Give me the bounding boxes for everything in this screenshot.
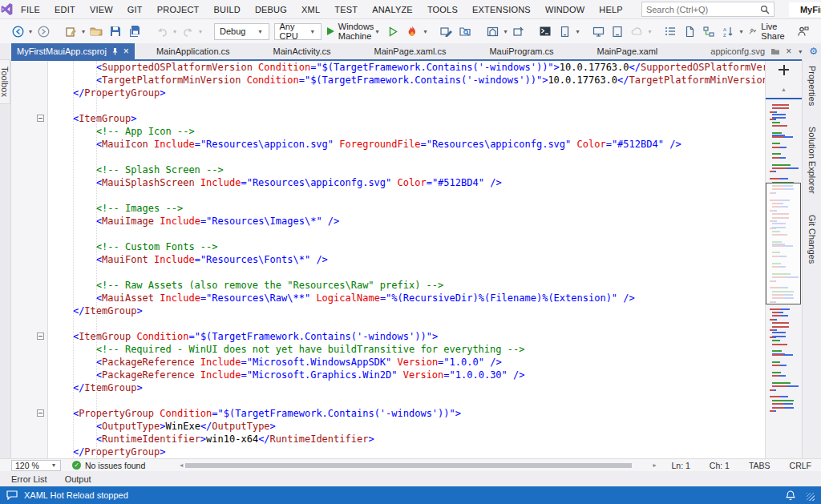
menu-debug[interactable]: DEBUG [248,0,294,18]
pin-icon[interactable] [111,47,119,55]
menu-extensions[interactable]: EXTENSIONS [465,0,538,18]
document-outline-button[interactable] [681,22,698,41]
new-project-button[interactable] [62,22,79,41]
menu-help[interactable]: HELP [592,0,630,18]
tab-mainpage-xaml-cs[interactable]: MainPage.xaml.cs [353,43,468,59]
publish-button[interactable] [628,22,645,41]
scroll-left-icon[interactable]: ◂ [177,462,185,469]
horizontal-scrollbar-thumb[interactable] [185,463,632,468]
device-button[interactable] [556,22,573,41]
keep-open-icon[interactable] [770,47,780,55]
menu-edit[interactable]: EDIT [47,0,83,18]
minimap-content[interactable] [766,98,802,458]
navigate-back-button[interactable] [9,22,26,41]
fold-collapse-icon[interactable] [37,333,44,340]
resize-grip[interactable] [807,493,815,501]
tablet-button[interactable] [609,22,626,41]
start-debugging-button[interactable]: Windows Machine ▾ [327,22,381,41]
menu-view[interactable]: VIEW [83,0,120,18]
solution-configuration-dropdown[interactable]: Debug ▾ [214,23,269,40]
save-button[interactable] [107,22,124,41]
navigate-forward-button[interactable] [34,22,52,41]
menu-analyze[interactable]: ANALYZE [365,0,420,18]
tabs-indicator[interactable]: TABS [739,461,780,470]
line-ending-indicator[interactable]: CRLF [780,461,821,470]
tab-mainactivity-cs[interactable]: MainActivity.cs [252,43,353,59]
toolbox-tab[interactable]: Toolbox [0,59,10,104]
panel-tab-output[interactable]: Output [65,474,91,484]
tab-list-dropdown[interactable]: ▾ [797,48,803,55]
undo-button[interactable] [153,22,171,41]
view-class-diagram-button[interactable] [700,22,718,41]
menu-window[interactable]: WINDOW [538,0,592,18]
search-box[interactable] [641,2,774,17]
solution-explorer-button[interactable] [483,22,501,41]
terminal-button[interactable] [536,22,554,41]
panel-tab-error-list[interactable]: Error List [11,474,47,484]
solution-platform-dropdown[interactable]: Any CPU ▾ [274,23,322,40]
more-toolbar-options[interactable]: ▾ [738,28,744,35]
code-pane[interactable]: <SupportedOSPlatformVersion Condition="$… [48,59,765,458]
task-list-button[interactable] [661,22,679,41]
menu-git[interactable]: GIT [120,0,150,18]
device-dropdown[interactable]: ▾ [574,28,580,35]
tab-active-csproj[interactable]: MyFirstMauiApp.csproj × [11,43,135,59]
fold-collapse-icon[interactable] [37,409,44,417]
feedback-button[interactable] [795,22,812,41]
line-indicator[interactable]: Ln: 1 [661,461,699,470]
menu-file[interactable]: FILE [14,0,47,18]
notifications-bell-icon[interactable] [786,490,795,501]
navigate-back-dropdown[interactable]: ▾ [27,28,34,35]
minimap-viewport[interactable] [766,183,801,304]
search-input[interactable] [646,5,760,14]
undo-dropdown[interactable]: ▾ [172,28,178,35]
menu-tools[interactable]: TOOLS [420,0,465,18]
vertical-scrollbar-minimap[interactable]: ▲ [765,59,802,458]
solution-explorer-tab[interactable]: Solution Explorer [807,122,817,199]
tab-mauiprogram-cs[interactable]: MauiProgram.cs [467,43,575,59]
find-in-files-button[interactable] [456,22,474,41]
document-options-gear-icon[interactable]: ⚙ [809,46,818,57]
display-button[interactable] [589,22,607,41]
package-manager-button[interactable] [509,22,527,41]
save-all-button[interactable] [126,22,144,41]
fold-collapse-icon[interactable] [37,115,44,122]
close-tab-icon[interactable]: × [123,46,129,57]
horizontal-scrollbar[interactable]: ◂ ▸ [177,462,658,469]
tab-mainapplication-cs[interactable]: MainApplication.cs [135,43,252,59]
start-without-debugging-button[interactable] [384,22,402,41]
solution-explorer-dropdown[interactable]: ▾ [502,28,508,35]
menu-test[interactable]: TEST [327,0,365,18]
new-project-dropdown[interactable]: ▾ [80,28,87,35]
task-list-icon [665,26,676,36]
git-changes-tab[interactable]: Git Changes [807,210,817,268]
menu-project[interactable]: PROJECT [150,0,207,18]
tab-mainpage-xaml[interactable]: MainPage.xaml [575,43,679,59]
publish-dropdown[interactable]: ▾ [646,28,653,35]
health-indicator[interactable]: ✓ No issues found [72,461,145,470]
sort-button[interactable]: AZ [719,22,737,41]
hot-reload-dropdown[interactable]: ▾ [422,28,428,35]
run-target-dropdown[interactable]: ▾ [374,28,380,35]
pan-scroll-icon[interactable] [779,65,789,75]
redo-dropdown[interactable]: ▾ [197,28,204,35]
properties-tab[interactable]: Properties [807,61,817,111]
quick-actions-button[interactable] [437,22,455,41]
open-file-button[interactable] [87,22,105,41]
editor-pane[interactable]: <SupportedOSPlatformVersion Condition="$… [11,59,802,458]
menu-build[interactable]: BUILD [207,0,248,18]
hot-reload-button[interactable] [403,22,421,41]
scroll-right-icon[interactable]: ▸ [650,462,658,469]
column-indicator[interactable]: Ch: 1 [700,461,739,470]
preview-tab[interactable]: appiconfg.svg × ▾ ⚙ [710,43,821,59]
close-preview-tab-icon[interactable]: × [786,46,791,57]
solution-name[interactable]: MyFirstMauiApp [789,2,821,17]
zoom-dropdown[interactable]: 120 % ▾ [11,460,61,471]
redo-button[interactable] [179,22,196,41]
document-icon [686,26,694,37]
live-share-button[interactable]: Live Share [744,22,793,41]
new-project-icon [65,26,77,38]
menu-xml[interactable]: XML [294,0,327,18]
scroll-up-icon[interactable]: ▲ [781,87,787,92]
code-line [50,228,765,240]
